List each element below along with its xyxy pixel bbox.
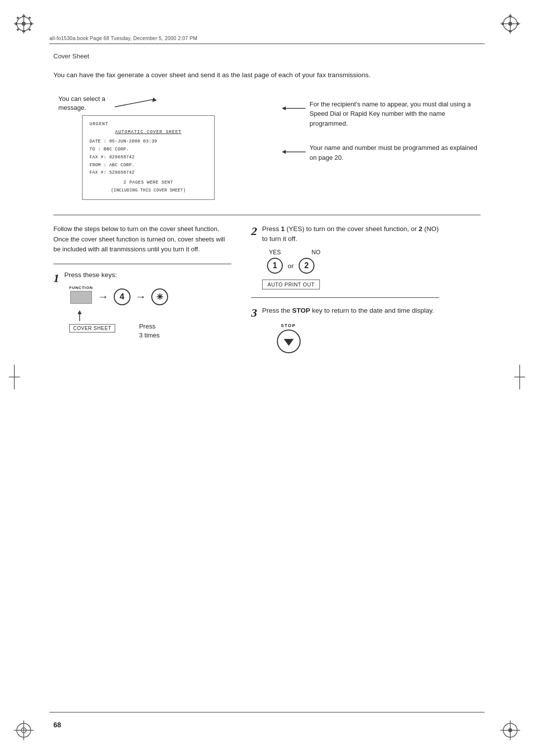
callout-arrow (115, 94, 159, 111)
key-diagram: FUNCTION → 4 → (69, 284, 168, 305)
svg-point-15 (508, 22, 512, 26)
fax-footer: (INCLUDING THIS COVER SHEET) (89, 187, 207, 194)
yes-no-keys: 1 or 2 (267, 258, 439, 274)
arrow-1-icon: → (98, 291, 109, 302)
reg-mark-bottom-right (500, 720, 520, 742)
svg-marker-39 (78, 310, 82, 314)
function-key-label: FUNCTION (69, 285, 93, 290)
function-key-btn (70, 291, 92, 304)
cover-sheet-label-group: COVER SHEET (69, 310, 115, 332)
star-key-group: ✳ (151, 288, 168, 305)
step1-text: Press these keys: (64, 271, 168, 279)
steps-intro-text: Follow the steps below to turn on the co… (53, 224, 231, 255)
step3-divider (251, 297, 439, 298)
fax-urgent: URGENT (89, 121, 207, 129)
page-number: 68 (53, 721, 61, 729)
callout-right-text-1: For the recipient's name to appear, you … (310, 99, 481, 129)
breadcrumb: Cover Sheet (53, 52, 481, 60)
steps-divider (53, 215, 481, 215)
svg-point-27 (508, 728, 512, 732)
fax-diagram-left: You can select a message. URGENT AUTOMAT… (53, 94, 271, 200)
fax-to: TO : BBC CORP. (89, 146, 207, 154)
step2-number: 2 (251, 225, 257, 237)
svg-rect-16 (509, 15, 512, 17)
svg-marker-33 (152, 97, 157, 102)
step2-text: Press 1 (YES) to turn on the cover sheet… (262, 224, 439, 244)
callout-right-text-2: Your name and number must be programmed … (310, 143, 481, 162)
step3-number: 3 (251, 307, 257, 319)
svg-rect-19 (517, 22, 519, 25)
header-file-info: all-fo1530a.book Page 68 Tuesday, Decemb… (49, 36, 485, 41)
svg-rect-5 (22, 30, 25, 32)
svg-line-32 (115, 99, 153, 107)
fax-from: FROM : ABC CORP. (89, 162, 207, 170)
press-times-label: Press3 times (139, 322, 160, 340)
function-key-group: FUNCTION (69, 285, 93, 304)
fax-date: DATE : 05-JUN-2000 03:39 (89, 138, 207, 146)
annotation-2: Your name and number must be programmed … (281, 143, 481, 162)
callout-left-area: You can select a message. (58, 94, 271, 112)
illustration-area: You can select a message. URGENT AUTOMAT… (53, 94, 481, 200)
step1-divider (53, 264, 231, 264)
step2-content: Press 1 (YES) to turn on the cover sheet… (262, 224, 439, 290)
steps-container: Follow the steps below to turn on the co… (53, 224, 481, 353)
svg-marker-35 (282, 106, 286, 110)
key-1-btn: 1 (267, 258, 283, 274)
fax-annotations-right: For the recipient's name to appear, you … (271, 94, 481, 163)
top-border (49, 44, 485, 44)
step2-block: 2 Press 1 (YES) to turn on the cover she… (251, 224, 439, 290)
reg-mark-mid-right (514, 365, 525, 391)
intro-paragraph: You can have the fax generate a cover sh… (53, 70, 409, 81)
svg-point-3 (22, 22, 26, 26)
no-label: NO (312, 249, 320, 256)
annotation-arrow-1 (281, 103, 306, 115)
step1-block: 1 Press these keys: FUNCTION → (53, 271, 231, 340)
stop-key-area: STOP (277, 323, 434, 353)
or-text: or (288, 262, 294, 270)
yes-label: YES (269, 249, 281, 256)
svg-marker-37 (282, 150, 286, 154)
arrow-2-icon: → (135, 291, 146, 302)
stop-key-label: STOP (281, 323, 296, 328)
auto-print-box: AUTO PRINT OUT (262, 280, 320, 289)
step3-block: 3 Press the STOP key to return to the da… (251, 306, 439, 353)
svg-rect-6 (15, 22, 17, 25)
key-diagram-labels: COVER SHEET Press3 times (69, 310, 168, 340)
fax-cover-title: AUTOMATIC COVER SHEET (89, 129, 207, 137)
key-2-btn: 2 (299, 258, 314, 274)
steps-right-column: 2 Press 1 (YES) to turn on the cover she… (251, 224, 439, 353)
step1-number: 1 (53, 272, 59, 284)
reg-mark-top-left (14, 14, 34, 36)
star-key-btn: ✳ (151, 288, 168, 305)
key-4-group: 4 (114, 288, 131, 305)
fax-fax2: FAX #: 529658742 (89, 169, 207, 177)
step1-content: Press these keys: FUNCTION → (64, 271, 168, 340)
callout-left-text: You can select a message. (58, 94, 113, 112)
key-4-btn: 4 (114, 288, 131, 305)
svg-rect-17 (509, 30, 512, 32)
steps-left-column: Follow the steps below to turn on the co… (53, 224, 231, 340)
fax-mockup: URGENT AUTOMATIC COVER SHEET DATE : 05-J… (82, 115, 215, 200)
reg-mark-mid-left (9, 365, 20, 391)
reg-mark-top-right (500, 14, 520, 36)
stop-triangle-icon (284, 339, 294, 346)
bottom-border (49, 712, 485, 712)
step3-text: Press the STOP key to return to the date… (262, 306, 434, 316)
fax-pages: 2 PAGES WERE SENT (89, 179, 207, 187)
annotation-arrow-2 (281, 147, 306, 159)
reg-mark-bottom-left (14, 720, 34, 742)
yes-no-labels: YES NO (269, 249, 439, 256)
svg-rect-7 (30, 22, 32, 25)
svg-rect-4 (22, 15, 25, 17)
cover-sheet-label-box: COVER SHEET (69, 324, 115, 332)
yes-no-area: YES NO 1 or 2 (267, 249, 439, 274)
stop-key-btn (277, 330, 301, 353)
step3-content: Press the STOP key to return to the date… (262, 306, 434, 353)
annotation-1: For the recipient's name to appear, you … (281, 99, 481, 129)
fax-fax1: FAX #: 829658742 (89, 154, 207, 162)
svg-rect-18 (502, 22, 504, 25)
up-arrow-icon (76, 310, 83, 323)
